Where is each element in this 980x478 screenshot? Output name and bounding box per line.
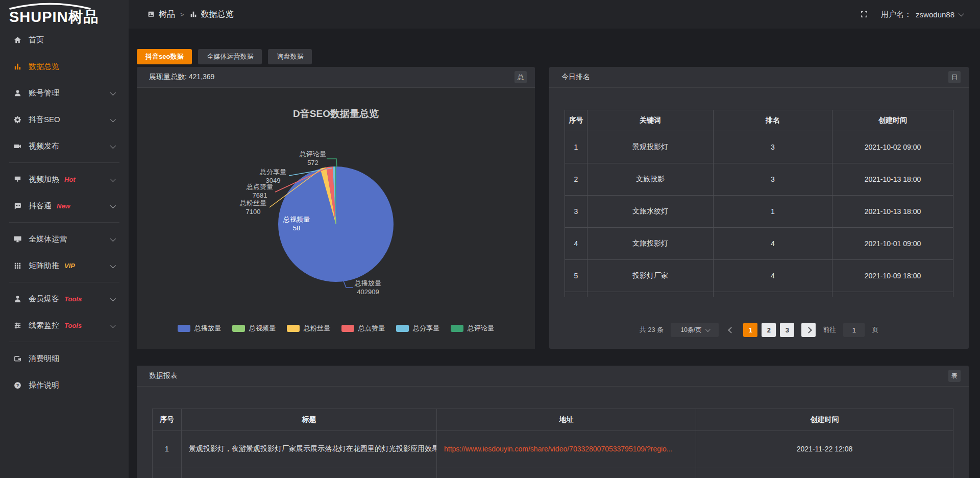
bar-chart-icon [189,10,198,18]
cell-keyword: 景观投影灯 [587,131,714,163]
legend-label: 总分享量 [413,324,439,333]
impressions-panel-header: 展现量总数: 421,369 总 [137,67,535,88]
sidebar-item[interactable]: 全媒体运营 [0,226,129,252]
pie-label-comments: 总评论量572 [300,150,326,168]
sidebar-item-badge: VIP [64,262,75,270]
chevron-down-icon [110,201,114,210]
tab[interactable]: 全媒体运营数据 [198,49,262,64]
cell-index: 3 [565,196,587,227]
sidebar-item[interactable]: 矩阵助推 VIP [0,252,129,279]
legend-label: 总视频量 [249,324,276,333]
column-header: 序号 [153,409,182,431]
report-panel-title: 数据报表 [149,371,948,380]
page-size-select[interactable]: 10条/页 [671,323,719,337]
legend-item[interactable]: 总粉丝量 [287,324,330,333]
cell-url-link[interactable]: https://www.iesdouyin.com/share/video/70… [437,431,696,467]
sidebar-item[interactable]: 操作说明 [0,372,129,398]
legend-item[interactable]: 总点赞量 [341,324,385,333]
page-number-button[interactable]: 1 [743,323,757,337]
cell-keyword: 文旅投影灯 [587,228,714,259]
table-row: 5 投影灯厂家 4 2021-10-09 18:00 [565,260,953,292]
cell-keyword: 文旅水纹灯 [587,196,714,227]
sidebar-item[interactable]: 首页 [0,27,129,53]
breadcrumb-item-home[interactable]: 树品 [147,9,175,20]
prev-page-button[interactable] [726,328,736,332]
table-row: 2 文旅投影 3 2021-10-13 18:00 [565,163,953,196]
legend-swatch [451,325,463,332]
pie-label-fans: 总粉丝量7100 [240,199,266,217]
sidebar-item-icon [13,115,22,124]
pie-label-videos: 总视频量58 [283,216,310,233]
sidebar-item-label: 操作说明 [29,380,59,390]
column-header: 排名 [714,110,832,131]
fullscreen-icon[interactable] [860,10,869,19]
user-menu[interactable]: 用户名：zswodun88 [881,10,963,19]
legend-item[interactable]: 总视频量 [232,324,276,333]
sidebar-item-label: 抖音SEO [29,115,60,125]
tab[interactable]: 抖音seo数据 [137,49,192,64]
next-page-button[interactable] [801,323,816,337]
table-view-button[interactable]: 表 [948,370,961,382]
column-header: 关键词 [587,110,714,131]
sidebar-item[interactable]: 消费明细 [0,345,129,372]
cell-created: 2021-11-22 12:08 [696,431,953,467]
day-view-button[interactable]: 日 [948,71,961,83]
sidebar-item[interactable]: 线索监控 Tools [0,312,129,339]
pie-label-likes: 总点赞量7681 [247,183,273,200]
chevron-down-icon [110,115,114,124]
sidebar-item[interactable]: 抖客通 New [0,193,129,219]
breadcrumb-item-current[interactable]: 数据总览 [189,9,234,20]
goto-page-input[interactable]: 1 [843,323,865,337]
sidebar-item[interactable]: 会员爆客 Tools [0,285,129,312]
total-view-button[interactable]: 总 [514,71,527,83]
legend-swatch [341,325,354,332]
sidebar-divider [9,162,119,163]
sidebar-item[interactable]: 视频加热 Hot [0,166,129,193]
chevron-down-icon [110,175,114,184]
pagination-total: 共 23 条 [640,325,664,334]
sidebar-item-icon [13,62,22,71]
sidebar-item[interactable]: 账号管理 [0,80,129,106]
chart-legend: 总播放量 总视频量 总粉丝量 总点赞量 [137,324,535,333]
sidebar-item-label: 视频发布 [29,141,59,151]
cell-index: 2 [565,163,587,195]
goto-unit: 页 [872,325,878,334]
tab[interactable]: 询盘数据 [268,49,312,64]
legend-item[interactable]: 总分享量 [396,324,439,333]
chevron-down-icon [110,234,114,244]
sidebar-item[interactable]: 视频发布 [0,133,129,159]
chevron-left-icon [728,327,734,333]
cell-created: 2021-10-01 09:00 [832,228,953,259]
table-row-partial [153,467,953,478]
cell-created: 2021-10-13 18:00 [832,163,953,195]
sidebar-item-label: 数据总览 [29,62,59,71]
table-row-partial [565,292,953,297]
sidebar-item[interactable]: 数据总览 [0,53,129,80]
breadcrumb-label: 数据总览 [201,9,234,20]
impressions-total: 展现量总数: 421,369 [149,73,514,82]
impressions-panel: 展现量总数: 421,369 总 D音SEO数据量总览 总评论量572 总分享量… [137,67,535,349]
topbar: 树品 > 数据总览 用户名：zswodun88 [129,0,980,29]
legend-item[interactable]: 总评论量 [451,324,494,333]
pie-chart-canvas[interactable] [137,88,535,349]
page-number-button[interactable]: 3 [780,323,794,337]
report-table-body: 1 景观投影灯，夜游景观投影灯厂家展示展示落花灯在花园里的灯光投影应用效果 # … [153,431,953,467]
sidebar-item-label: 视频加热 [29,175,59,184]
tab-label: 全媒体运营数据 [207,52,253,61]
logo-text: SHUPIN树品 [9,7,99,28]
logo: SHUPIN树品 [0,0,129,29]
report-table: 序号 标题 地址 创建时间 1 景观投影灯，夜游景观投影灯厂家展示展示落花灯在花… [152,409,953,478]
legend-label: 总粉丝量 [304,324,330,333]
sidebar-item-icon [13,261,22,270]
cell-keyword: 投影灯厂家 [587,260,714,292]
cell-keyword: 文旅投影 [587,163,714,195]
legend-item[interactable]: 总播放量 [178,324,221,333]
column-header: 标题 [182,409,437,431]
chevron-down-icon [110,141,114,151]
page-number-button[interactable]: 2 [762,323,776,337]
sidebar-item-badge: Tools [64,322,82,329]
sidebar-item-label: 抖客通 [29,201,52,211]
ranking-table: 序号 关键词 排名 创建时间 1 景观投影灯 3 2021-10-02 09:0… [565,110,953,297]
sidebar-item[interactable]: 抖音SEO [0,106,129,133]
legend-label: 总播放量 [194,324,221,333]
